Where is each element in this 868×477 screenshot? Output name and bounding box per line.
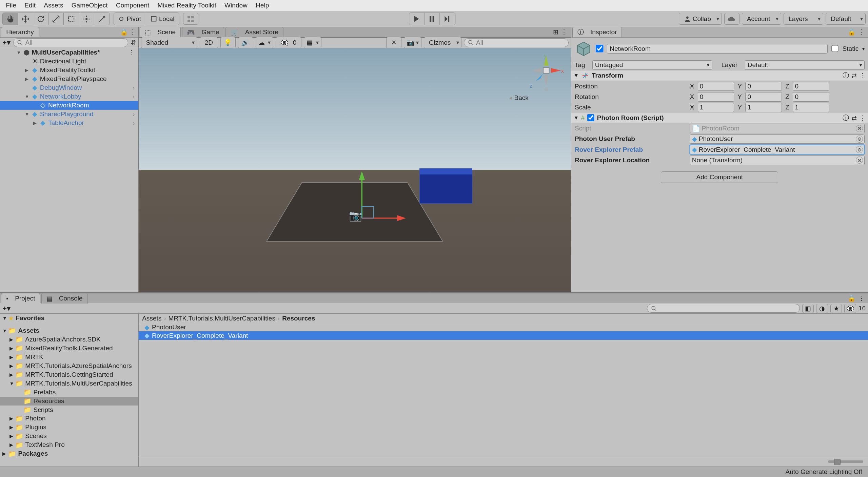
create-dropdown[interactable]: +▾ bbox=[2, 304, 11, 313]
static-checkbox[interactable] bbox=[831, 45, 839, 53]
transform-header[interactable]: ▼ Transform ⓘ ⇄ ⋮ bbox=[571, 70, 868, 81]
object-picker-icon[interactable]: ⊙ bbox=[856, 125, 863, 132]
rotate-tool[interactable] bbox=[33, 13, 48, 25]
hierarchy-item[interactable]: ▶ ◆ MixedRealityPlayspace bbox=[0, 75, 138, 83]
context-menu-icon[interactable]: ⋮ bbox=[130, 28, 136, 36]
rect-tool[interactable] bbox=[64, 13, 79, 25]
reset-icon[interactable]: ⇄ bbox=[851, 114, 857, 122]
project-menu-icon[interactable]: ⋮ bbox=[858, 294, 865, 302]
menu-edit[interactable]: Edit bbox=[21, 2, 39, 9]
scene-viewport[interactable]: 📷 y x z bbox=[139, 48, 571, 292]
packages-row[interactable]: ▶📁 Packages bbox=[0, 449, 138, 458]
hierarchy-item[interactable]: ▶ ◆ TableAnchor › bbox=[0, 119, 138, 127]
rot-x[interactable]: 0 bbox=[698, 92, 734, 102]
folder-row[interactable]: ▶📁 Scenes bbox=[0, 432, 138, 440]
audio-toggle[interactable]: 🔊 bbox=[238, 37, 253, 49]
rover-prefab-field[interactable]: ◆RoverExplorer_Complete_Variant⊙ bbox=[690, 145, 864, 154]
project-tab[interactable]: ▪ Project bbox=[1, 293, 40, 304]
folder-row[interactable]: ▶📁 AzureSpatialAnchors.SDK bbox=[0, 335, 138, 344]
hierarchy-sort-icon[interactable]: ⇵ bbox=[131, 39, 136, 46]
account-dropdown[interactable]: Account bbox=[742, 13, 781, 25]
breadcrumb-item[interactable]: Resources bbox=[282, 315, 315, 322]
hierarchy-search[interactable]: All bbox=[13, 38, 128, 47]
hierarchy-item[interactable]: ◆ DebugWindow › bbox=[0, 83, 138, 92]
tag-dropdown[interactable]: Untagged▾ bbox=[592, 60, 712, 70]
hand-tool[interactable] bbox=[3, 13, 18, 25]
photon-room-header[interactable]: ▼ # Photon Room (Script) ⓘ ⇄ ⋮ bbox=[571, 113, 868, 123]
gizmos-dropdown[interactable]: Gizmos bbox=[424, 37, 462, 49]
custom-tool[interactable] bbox=[94, 13, 110, 25]
add-component-button[interactable]: Add Component bbox=[661, 171, 778, 183]
menu-file[interactable]: File bbox=[2, 2, 20, 9]
user-prefab-field[interactable]: ◆PhotonUser⊙ bbox=[690, 134, 864, 144]
hidden-count[interactable]: 👁‍🗨 0 bbox=[276, 37, 302, 49]
2d-toggle[interactable]: 2D bbox=[200, 37, 218, 49]
camera-dropdown[interactable]: 📷 bbox=[404, 37, 421, 49]
hierarchy-item-selected[interactable]: ◇ NetworkRoom bbox=[0, 101, 138, 110]
menu-component[interactable]: Component bbox=[112, 2, 153, 9]
step-button[interactable] bbox=[440, 13, 455, 25]
active-checkbox[interactable] bbox=[596, 45, 604, 53]
hierarchy-item[interactable]: ▼ ◆ SharedPlayground › bbox=[0, 110, 138, 119]
rover-location-field[interactable]: None (Transform)⊙ bbox=[690, 155, 864, 165]
hierarchy-item[interactable]: ▼ ◆ NetworkLobby › bbox=[0, 92, 138, 101]
filter-type-icon[interactable]: ◧ bbox=[802, 304, 814, 313]
object-picker-icon[interactable]: ⊙ bbox=[856, 146, 863, 153]
pos-y[interactable]: 0 bbox=[745, 82, 782, 91]
folder-row[interactable]: ▶📁 TextMesh Pro bbox=[0, 440, 138, 449]
grid-dropdown[interactable]: ▦ bbox=[304, 37, 321, 49]
folder-row[interactable]: ▶📁 MRTK.Tutorials.AzureSpatialAnchors bbox=[0, 361, 138, 370]
scale-y[interactable]: 1 bbox=[745, 103, 782, 112]
gameobject-name-field[interactable]: NetworkRoom bbox=[607, 44, 828, 54]
rot-z[interactable]: 0 bbox=[793, 92, 829, 102]
play-button[interactable] bbox=[409, 13, 425, 25]
scene-search[interactable]: All bbox=[464, 38, 568, 47]
scene-tab[interactable]: ⬚ Scene bbox=[140, 27, 181, 37]
menu-gameobject[interactable]: GameObject bbox=[68, 2, 111, 9]
menu-window[interactable]: Window bbox=[221, 2, 251, 9]
move-tool[interactable] bbox=[18, 13, 33, 25]
component-menu-icon[interactable]: ⋮ bbox=[859, 114, 866, 122]
orientation-gizmo[interactable]: y x z ≡ ◂ Back bbox=[529, 53, 564, 100]
transform-tool[interactable] bbox=[79, 13, 94, 25]
reset-icon[interactable]: ⇄ bbox=[851, 72, 857, 80]
hierarchy-tab[interactable]: Hierarchy bbox=[1, 27, 39, 37]
menu-mrtk[interactable]: Mixed Reality Toolkit bbox=[154, 2, 220, 9]
rot-y[interactable]: 0 bbox=[745, 92, 782, 102]
component-enabled-checkbox[interactable] bbox=[587, 114, 595, 122]
create-dropdown[interactable]: +▾ bbox=[2, 38, 11, 47]
hierarchy-item[interactable]: ▶ ◆ MixedRealityToolkit bbox=[0, 66, 138, 75]
shading-mode-dropdown[interactable]: Shaded bbox=[141, 37, 197, 49]
status-text[interactable]: Auto Generate Lighting Off bbox=[785, 468, 862, 476]
breadcrumb-item[interactable]: Assets bbox=[142, 315, 161, 322]
asset-item-selected[interactable]: ◆RoverExplorer_Complete_Variant bbox=[139, 331, 868, 339]
inspector-tab[interactable]: ⓘ Inspector bbox=[572, 27, 622, 37]
lock-icon[interactable]: 🔒 bbox=[848, 294, 856, 302]
console-tab[interactable]: ▤ Console bbox=[41, 293, 88, 304]
project-search[interactable] bbox=[647, 304, 800, 313]
hidden-packages-icon[interactable]: 👁‍🗨 bbox=[844, 304, 856, 313]
hierarchy-item[interactable]: ☀ Directional Light bbox=[0, 57, 138, 66]
assets-root-row[interactable]: ▼📁 Assets bbox=[0, 326, 138, 335]
scale-x[interactable]: 1 bbox=[698, 103, 734, 112]
local-toggle[interactable]: Local bbox=[146, 13, 179, 25]
filter-label-icon[interactable]: ◑ bbox=[816, 304, 828, 313]
object-picker-icon[interactable]: ⊙ bbox=[856, 136, 863, 143]
help-icon[interactable]: ⓘ bbox=[843, 71, 849, 80]
snap-toggle[interactable] bbox=[183, 13, 198, 25]
layer-dropdown[interactable]: Default▾ bbox=[745, 60, 865, 70]
menu-assets[interactable]: Assets bbox=[40, 2, 67, 9]
asset-store-tab[interactable]: 🛒 Asset Store bbox=[225, 27, 283, 37]
lock-icon[interactable]: 🔒 bbox=[120, 28, 128, 36]
lighting-toggle[interactable]: 💡 bbox=[220, 37, 236, 49]
menu-help[interactable]: Help bbox=[252, 2, 273, 9]
layers-dropdown[interactable]: Layers bbox=[784, 13, 824, 25]
maximize-icon[interactable]: ⊞ bbox=[553, 28, 558, 36]
folder-row[interactable]: 📁 Scripts bbox=[0, 406, 138, 414]
collab-dropdown[interactable]: Collab bbox=[679, 13, 722, 25]
tools-icon[interactable]: ✕ bbox=[386, 37, 401, 49]
scene-menu-icon[interactable]: ⋮ bbox=[128, 49, 138, 57]
layout-dropdown[interactable]: Default bbox=[826, 13, 866, 25]
folder-row[interactable]: ▶📁 Photon bbox=[0, 414, 138, 423]
scale-z[interactable]: 1 bbox=[793, 103, 829, 112]
